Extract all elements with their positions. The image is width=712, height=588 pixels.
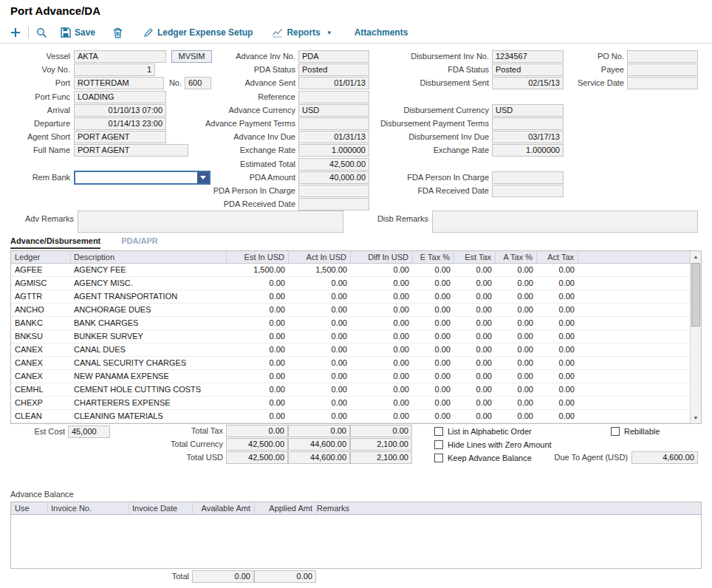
column-header-available-amt[interactable]: Available Amt	[193, 502, 255, 514]
delete-button[interactable]	[113, 27, 123, 38]
column-header-invoice-no[interactable]: Invoice No.	[48, 502, 129, 514]
act-in-usd-cell: 0.00	[289, 370, 351, 383]
exchange-rate-field[interactable]: 1.000000	[298, 144, 369, 157]
column-header-est-tax[interactable]: Est Tax	[454, 251, 496, 263]
column-header-applied-amt[interactable]: Applied Amt	[255, 502, 317, 514]
pda-amount-field[interactable]: 40,000.00	[298, 171, 369, 184]
fda-person-in-charge-field[interactable]	[492, 171, 564, 184]
departure-field[interactable]: 01/14/13 23:00	[74, 117, 166, 130]
fda-status-field[interactable]: Posted	[492, 64, 564, 76]
advance-payment-terms-field[interactable]	[298, 117, 369, 130]
disb-exchange-rate-field[interactable]: 1.000000	[492, 144, 564, 157]
disbursement-sent-field[interactable]: 02/15/13	[492, 77, 564, 89]
keep-advance-balance-checkbox[interactable]: Keep Advance Balance	[434, 453, 532, 463]
scrollbar-thumb[interactable]	[691, 263, 700, 327]
column-header-act-in-usd[interactable]: Act In USD	[289, 251, 351, 263]
vessel-field[interactable]: AKTA	[74, 50, 166, 63]
a-tax-cell: 0.00	[496, 317, 537, 329]
advance-balance-section-label: Advance Balance	[10, 490, 74, 499]
fda-received-date-field[interactable]	[492, 185, 564, 197]
advance-currency-field[interactable]: USD	[298, 104, 369, 117]
list-in-alphabetic-order-checkbox[interactable]: List in Alphabetic Order	[434, 426, 532, 437]
service-date-field[interactable]	[627, 77, 698, 89]
reference-field[interactable]	[298, 91, 369, 103]
table-row[interactable]: BNKSU BUNKER SURVEY 0.00 0.00 0.00 0.00 …	[11, 330, 690, 343]
ledger-cell: CHEXP	[11, 397, 71, 409]
full-name-label: Full Name	[1, 144, 70, 157]
pda-received-date-field[interactable]	[298, 198, 369, 211]
table-row[interactable]: AGFEE AGENCY FEE 1,500.00 1,500.00 0.00 …	[11, 264, 690, 277]
hide-lines-with-zero-amount-checkbox[interactable]: Hide Lines with Zero Amount	[434, 440, 552, 450]
filler-cell	[578, 370, 690, 383]
po-no-field[interactable]	[627, 50, 698, 63]
voy-no-field[interactable]: 1	[74, 64, 155, 76]
pda-status-field[interactable]: Posted	[298, 64, 369, 76]
checkbox-label: List in Alphabetic Order	[448, 427, 532, 436]
column-header-act-tax[interactable]: Act Tax	[537, 251, 578, 263]
column-header-diff-in-usd[interactable]: Diff In USD	[351, 251, 413, 263]
pda-person-in-charge-field[interactable]	[298, 185, 369, 197]
column-header-remarks[interactable]: Remarks	[317, 502, 701, 514]
table-row[interactable]: AGTTR AGENT TRANSPORTATION 0.00 0.00 0.0…	[11, 290, 690, 304]
checkbox-label: Hide Lines with Zero Amount	[448, 440, 552, 449]
table-row[interactable]: CANEX CANAL SECURITY CHARGES 0.00 0.00 0…	[11, 357, 690, 370]
column-header-est-in-usd[interactable]: Est In USD	[227, 251, 289, 263]
act-in-usd-cell: 0.00	[289, 343, 351, 356]
add-button[interactable]	[10, 27, 21, 38]
advance-inv-no-field[interactable]: PDA	[298, 50, 369, 63]
port-func-field[interactable]: LOADING	[74, 91, 166, 103]
column-header-use[interactable]: Use	[11, 502, 48, 514]
est-tax-cell: 0.00	[454, 357, 496, 369]
tab-advance-disbursement[interactable]: Advance/Disbursement	[10, 236, 100, 249]
scroll-down-arrow-icon[interactable]: ▼	[691, 412, 701, 423]
column-header-description[interactable]: Description	[71, 251, 227, 263]
search-button[interactable]	[36, 27, 47, 38]
advance-sent-field[interactable]: 01/01/13	[298, 77, 369, 89]
vertical-scrollbar[interactable]: ▲ ▼	[690, 251, 701, 423]
scroll-up-arrow-icon[interactable]: ▲	[691, 251, 701, 262]
rebillable-checkbox[interactable]: Rebillable	[611, 426, 660, 437]
advance-inv-due-label: Advance Inv Due	[170, 131, 295, 143]
table-row[interactable]: CANEX CANAL DUES 0.00 0.00 0.00 0.00 0.0…	[11, 343, 690, 357]
est-tax-cell: 0.00	[454, 264, 496, 276]
total-tax-diff-field: 0.00	[350, 425, 412, 437]
table-row[interactable]: CLEAN CLEANING MATERIALS 0.00 0.00 0.00 …	[11, 410, 690, 423]
est-tax-cell: 0.00	[454, 370, 496, 383]
total-usd-diff-field: 2,100.00	[350, 451, 412, 464]
est-tax-cell: 0.00	[454, 410, 496, 423]
attachments-button[interactable]: Attachments	[355, 27, 408, 38]
filler-cell	[578, 264, 690, 276]
advance-balance-table-body[interactable]	[10, 515, 702, 569]
tab-pda-apr[interactable]: PDA/APR	[121, 236, 158, 249]
fda-status-label: FDA Status	[366, 64, 489, 76]
column-header-e-tax[interactable]: E Tax %	[413, 251, 454, 263]
est-cost-field[interactable]: 45,000	[68, 425, 110, 438]
e-tax-cell: 0.00	[413, 304, 454, 316]
est-in-usd-cell: 0.00	[227, 397, 289, 409]
table-row[interactable]: BANKC BANK CHARGES 0.00 0.00 0.00 0.00 0…	[11, 317, 690, 330]
disbursement-inv-due-field[interactable]: 03/17/13	[492, 131, 564, 143]
disbursement-inv-no-field[interactable]: 1234567	[492, 50, 564, 63]
table-row[interactable]: CEMHL CEMENT HOLE CUTTING COSTS 0.00 0.0…	[11, 383, 690, 397]
column-header-ledger[interactable]: Ledger	[11, 251, 71, 263]
act-tax-cell: 0.00	[537, 370, 578, 383]
agent-short-field[interactable]: PORT AGENT	[74, 131, 166, 143]
payee-field[interactable]	[627, 64, 698, 76]
reports-button[interactable]: Reports ▼	[272, 27, 332, 38]
disbursement-currency-field[interactable]: USD	[492, 104, 564, 117]
column-header-a-tax[interactable]: A Tax %	[496, 251, 537, 263]
table-row[interactable]: CANEX NEW PANAMA EXPENSE 0.00 0.00 0.00 …	[11, 370, 690, 383]
save-button[interactable]: Save	[61, 27, 95, 38]
disb-remarks-field[interactable]	[432, 211, 698, 233]
table-row[interactable]: ANCHO ANCHORAGE DUES 0.00 0.00 0.00 0.00…	[11, 304, 690, 317]
arrival-field[interactable]: 01/10/13 07:00	[74, 104, 166, 117]
est-tax-cell: 0.00	[454, 317, 496, 329]
table-row[interactable]: AGMISC AGENCY MISC. 0.00 0.00 0.00 0.00 …	[11, 277, 690, 290]
table-row[interactable]: CHEXP CHARTERERS EXPENSE 0.00 0.00 0.00 …	[11, 397, 690, 410]
ledger-expense-setup-button[interactable]: Ledger Expense Setup	[143, 27, 253, 38]
column-header-invoice-date[interactable]: Invoice Date	[129, 502, 193, 514]
advance-inv-due-field[interactable]: 01/31/13	[298, 131, 369, 143]
adv-remarks-field[interactable]	[78, 211, 343, 233]
disbursement-payment-terms-field[interactable]	[492, 117, 564, 130]
port-field[interactable]: ROTTERDAM	[74, 77, 164, 89]
